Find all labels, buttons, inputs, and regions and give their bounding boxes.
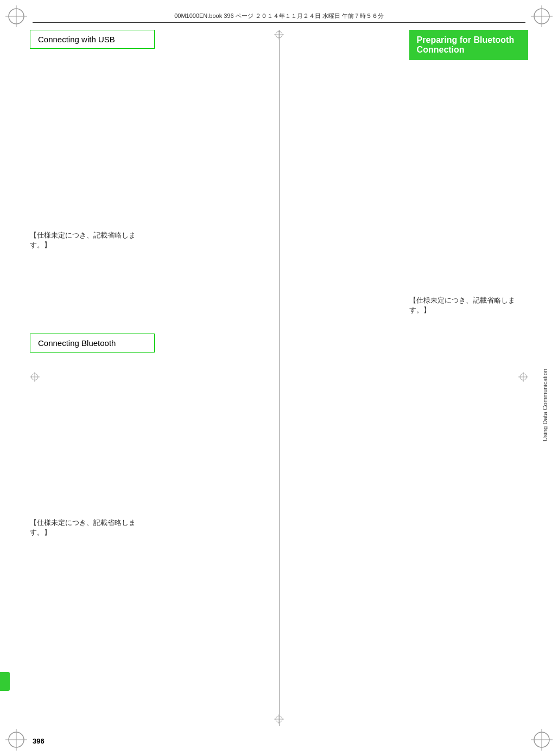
right-center-crosshair [518, 372, 528, 384]
bt-prep-section-header: Preparing for Bluetooth Connection [409, 30, 528, 60]
usb-header-text: Connecting with USB [38, 35, 115, 44]
right-column: Preparing for Bluetooth Connection 【仕様未定… [409, 30, 528, 726]
bt-prep-jp-placeholder: 【仕様未定につき、記載省略します。】 [409, 296, 528, 315]
bottom-center-crosshair [274, 714, 284, 726]
usb-jp-placeholder: 【仕様未定につき、記載省略します。】 [30, 230, 155, 250]
bluetooth-section-header: Connecting Bluetooth [30, 334, 155, 353]
left-center-crosshair [30, 372, 40, 384]
usb-section-header-wrap: Connecting with USB [30, 30, 155, 49]
bt-prep-header-line1: Preparing for Bluetooth [417, 35, 515, 44]
page-number: 396 [33, 737, 45, 745]
bluetooth-section-header-wrap: Connecting Bluetooth [30, 334, 155, 353]
corner-crosshair-tr [531, 5, 553, 27]
bluetooth-header-text: Connecting Bluetooth [38, 338, 116, 348]
corner-crosshair-tl [5, 5, 27, 27]
usb-section-header: Connecting with USB [30, 30, 155, 49]
corner-crosshair-br [531, 729, 553, 751]
bluetooth-jp-placeholder: 【仕様未定につき、記載省略します。】 [30, 518, 155, 537]
corner-crosshair-bl [5, 729, 27, 751]
bt-prep-header-wrap: Preparing for Bluetooth Connection [409, 30, 528, 60]
side-label: Using Data Communication [542, 369, 548, 441]
metadata-bar: 00M1000EN.book 396 ページ ２０１４年１１月２４日 水曜日 午… [33, 12, 525, 23]
top-center-crosshair [274, 30, 284, 42]
bt-prep-header-line2: Connection [417, 45, 465, 54]
main-content: Connecting with USB 【仕様未定につき、記載省略します。】 C… [30, 30, 528, 726]
left-column: Connecting with USB 【仕様未定につき、記載省略します。】 C… [30, 30, 155, 726]
green-side-tab [0, 672, 10, 691]
